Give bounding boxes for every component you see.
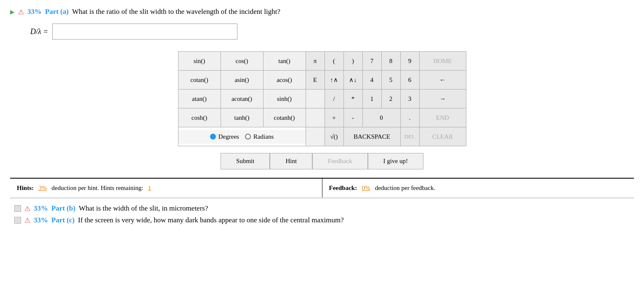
cell-acos[interactable]: acos(): [263, 71, 306, 90]
tan-button[interactable]: tan(): [263, 52, 306, 70]
down-button[interactable]: ∧↓: [344, 71, 362, 89]
cell-minus[interactable]: -: [343, 108, 362, 127]
give-up-button[interactable]: I give up!: [368, 153, 423, 169]
cell-backspace[interactable]: ←: [419, 71, 466, 90]
cell-asin[interactable]: asin(): [221, 71, 263, 90]
right-arrow-button[interactable]: →: [420, 90, 466, 108]
cell-9[interactable]: 9: [400, 52, 419, 71]
cotanh-button[interactable]: cotanh(): [263, 108, 306, 127]
cosh-button[interactable]: cosh(): [178, 108, 221, 127]
feedback-button[interactable]: Feedback: [312, 153, 367, 169]
cell-5[interactable]: 5: [381, 71, 400, 90]
cell-up[interactable]: ↑∧: [325, 71, 343, 90]
cell-sinh[interactable]: sinh(): [263, 90, 306, 108]
cell-2[interactable]: 2: [381, 90, 400, 108]
warning-icon-b: ⚠: [24, 205, 30, 213]
cell-clear[interactable]: CLEAR: [419, 127, 466, 146]
cell-divide[interactable]: /: [325, 90, 343, 108]
cell-4[interactable]: 4: [362, 71, 381, 90]
cell-plus[interactable]: +: [325, 108, 343, 127]
del-button[interactable]: DEL: [401, 127, 419, 146]
8-button[interactable]: 8: [382, 52, 400, 70]
action-buttons: Submit Hint Feedback I give up!: [178, 153, 466, 169]
cell-sin[interactable]: sin(): [178, 52, 221, 71]
clear-button[interactable]: CLEAR: [420, 127, 466, 146]
0-button[interactable]: 0: [363, 108, 400, 127]
divide-button[interactable]: /: [325, 90, 343, 108]
cell-cos[interactable]: cos(): [221, 52, 263, 71]
cell-1[interactable]: 1: [362, 90, 381, 108]
home-button[interactable]: HOME: [420, 52, 466, 70]
cell-cosh[interactable]: cosh(): [178, 108, 221, 127]
atan-button[interactable]: atan(): [178, 90, 221, 108]
cell-pi[interactable]: π: [306, 52, 325, 71]
radians-label[interactable]: Radians: [253, 133, 274, 140]
cell-rparen[interactable]: ): [343, 52, 362, 71]
cell-sqrt[interactable]: √(): [325, 127, 343, 146]
degrees-radio-filled[interactable]: [210, 134, 216, 140]
acotan-button[interactable]: acotan(): [221, 90, 263, 108]
cell-cotan[interactable]: cotan(): [178, 71, 221, 90]
cell-8[interactable]: 8: [381, 52, 400, 71]
radians-radio[interactable]: Radians: [245, 133, 274, 140]
cell-e[interactable]: E: [306, 71, 325, 90]
asin-button[interactable]: asin(): [221, 71, 263, 89]
backspace-button[interactable]: BACKSPACE: [344, 127, 400, 146]
e-button[interactable]: E: [306, 71, 325, 89]
part-c-square: [14, 217, 21, 224]
cell-del[interactable]: DEL: [400, 127, 419, 146]
multiply-button[interactable]: *: [344, 90, 362, 108]
submit-button[interactable]: Submit: [221, 153, 270, 169]
main-container: ▶ ⚠ 33% Part (a) What is the ratio of th…: [0, 0, 644, 232]
cell-3[interactable]: 3: [400, 90, 419, 108]
calc-table: sin() cos() tan() π ( ) 7 8 9 HOME cotan…: [178, 51, 466, 146]
cell-6[interactable]: 6: [400, 71, 419, 90]
tanh-button[interactable]: tanh(): [221, 108, 263, 127]
cell-tanh[interactable]: tanh(): [221, 108, 263, 127]
degrees-label[interactable]: Degrees: [218, 133, 239, 140]
hint-button[interactable]: Hint: [270, 153, 312, 169]
cotan-button[interactable]: cotan(): [178, 71, 221, 89]
cell-lparen[interactable]: (: [325, 52, 343, 71]
cell-dot[interactable]: .: [400, 108, 419, 127]
rparen-button[interactable]: ): [344, 52, 362, 70]
cell-tan[interactable]: tan(): [263, 52, 306, 71]
cell-right-arrow[interactable]: →: [419, 90, 466, 108]
1-button[interactable]: 1: [363, 90, 381, 108]
radians-radio-empty[interactable]: [245, 134, 251, 140]
part-c-label: Part (c): [51, 216, 75, 224]
sin-button[interactable]: sin(): [178, 52, 221, 70]
plus-button[interactable]: +: [325, 108, 343, 127]
6-button[interactable]: 6: [401, 71, 419, 89]
lparen-button[interactable]: (: [325, 52, 343, 70]
end-button[interactable]: END: [420, 108, 466, 127]
answer-input[interactable]: [52, 24, 237, 40]
pi-button[interactable]: π: [306, 52, 325, 70]
degrees-radio[interactable]: Degrees: [210, 133, 239, 140]
4-button[interactable]: 4: [363, 71, 381, 89]
cell-atan[interactable]: atan(): [178, 90, 221, 108]
9-button[interactable]: 9: [401, 52, 419, 70]
left-arrow-button[interactable]: ←: [420, 71, 466, 89]
minus-button[interactable]: -: [344, 108, 362, 127]
sinh-button[interactable]: sinh(): [263, 90, 306, 108]
3-button[interactable]: 3: [401, 90, 419, 108]
part-b-row: ⚠ 33% Part (b) What is the width of the …: [14, 204, 630, 213]
7-button[interactable]: 7: [363, 52, 381, 70]
cell-backspace-wide[interactable]: BACKSPACE: [343, 127, 400, 146]
cell-multiply[interactable]: *: [343, 90, 362, 108]
cos-button[interactable]: cos(): [221, 52, 263, 70]
cell-7[interactable]: 7: [362, 52, 381, 71]
2-button[interactable]: 2: [382, 90, 400, 108]
cell-end[interactable]: END: [419, 108, 466, 127]
cell-home[interactable]: HOME: [419, 52, 466, 71]
cell-down[interactable]: ∧↓: [343, 71, 362, 90]
5-button[interactable]: 5: [382, 71, 400, 89]
cell-acotan[interactable]: acotan(): [221, 90, 263, 108]
sqrt-button[interactable]: √(): [325, 127, 343, 146]
acos-button[interactable]: acos(): [263, 71, 306, 89]
cell-cotanh[interactable]: cotanh(): [263, 108, 306, 127]
up-button[interactable]: ↑∧: [325, 71, 343, 89]
cell-0[interactable]: 0: [362, 108, 400, 127]
dot-button[interactable]: .: [401, 108, 419, 127]
